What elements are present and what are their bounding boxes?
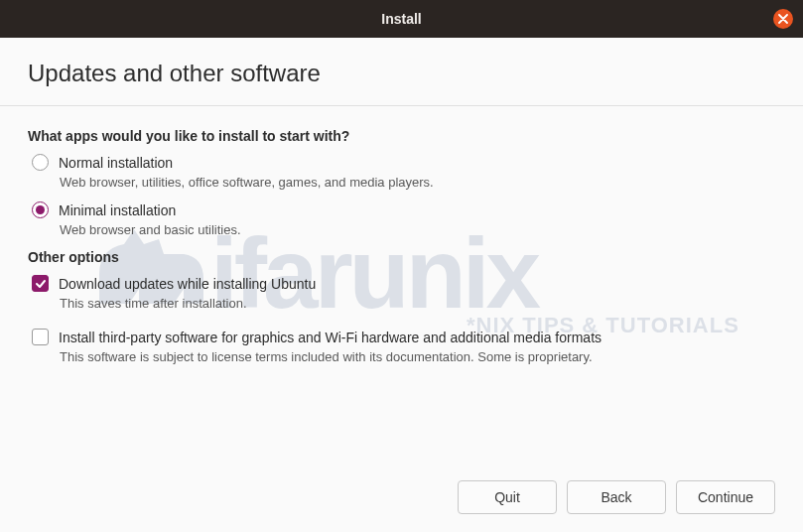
apps-heading: What apps would you like to install to s… xyxy=(28,128,775,144)
normal-install-label: Normal installation xyxy=(59,155,173,171)
footer-buttons: Quit Back Continue xyxy=(458,480,775,514)
checkbox-download-updates[interactable] xyxy=(32,275,49,292)
titlebar: Install xyxy=(0,0,803,38)
third-party-label: Install third-party software for graphic… xyxy=(59,330,602,345)
quit-button[interactable]: Quit xyxy=(458,480,557,514)
third-party-option[interactable]: Install third-party software for graphic… xyxy=(32,329,775,345)
checkbox-third-party[interactable] xyxy=(32,329,49,345)
download-updates-label: Download updates while installing Ubuntu xyxy=(59,276,316,292)
close-icon xyxy=(778,14,788,24)
continue-button[interactable]: Continue xyxy=(676,480,775,514)
normal-install-desc: Web browser, utilities, office software,… xyxy=(60,175,775,190)
divider xyxy=(0,105,803,106)
close-button[interactable] xyxy=(773,9,793,29)
back-button[interactable]: Back xyxy=(567,480,666,514)
normal-install-option[interactable]: Normal installation xyxy=(32,154,775,171)
minimal-install-desc: Web browser and basic utilities. xyxy=(60,222,775,237)
minimal-install-option[interactable]: Minimal installation xyxy=(32,201,775,218)
other-options-heading: Other options xyxy=(28,249,775,265)
third-party-desc: This software is subject to license term… xyxy=(60,349,775,364)
window-title: Install xyxy=(381,11,421,27)
minimal-install-label: Minimal installation xyxy=(59,202,176,218)
download-updates-desc: This saves time after installation. xyxy=(60,296,775,311)
check-icon xyxy=(35,278,47,290)
radio-minimal[interactable] xyxy=(32,201,49,218)
page-title: Updates and other software xyxy=(28,60,775,87)
download-updates-option[interactable]: Download updates while installing Ubuntu xyxy=(32,275,775,292)
radio-normal[interactable] xyxy=(32,154,49,171)
